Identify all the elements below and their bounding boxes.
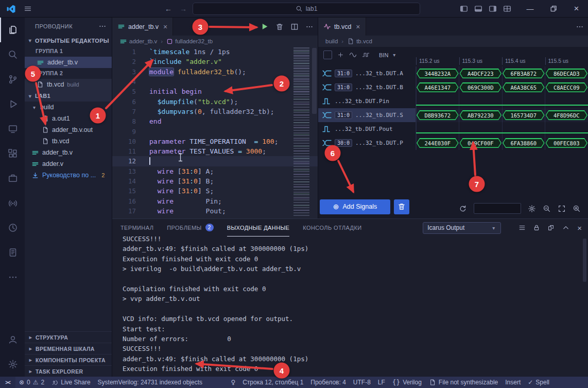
breadcrumb-item[interactable]: build (325, 38, 338, 44)
digital-wave-icon[interactable] (362, 51, 370, 59)
activity-timeline[interactable] (0, 215, 25, 240)
code-line[interactable]: 10parameter TIME_OPERATION = 100; (112, 137, 318, 146)
open-editor-item[interactable]: tb.vcdbuild (25, 79, 112, 90)
code-editor[interactable]: 1`timescale 1ns / 1ps2`include "adder.v"… (112, 47, 318, 218)
waveform-search-input[interactable] (474, 203, 521, 214)
code-line[interactable]: 12 (112, 156, 318, 166)
code-line[interactable]: 13 wire [31:0] A; (112, 166, 318, 176)
tree-item[interactable]: ▾build (25, 102, 112, 113)
language-mode[interactable]: {}Verilog (389, 377, 425, 388)
activity-remote-explorer[interactable] (0, 116, 25, 141)
net-color-box[interactable] (323, 50, 332, 59)
sidebar-section[interactable]: ▸TASK EXPLORER (25, 365, 112, 377)
editor-scrollbar[interactable] (311, 47, 318, 218)
signal-name-cell[interactable]: 31:0...32_tb.DUT.A (318, 66, 416, 80)
signal-row[interactable]: ...32_tb.DUT.Pout (318, 122, 588, 136)
signal-wave[interactable]: 344B232AA4DCF2236FB3A87286DECAD3 (416, 66, 588, 80)
tree-item[interactable]: tb.vcd (25, 136, 112, 147)
maximize-panel-icon[interactable] (562, 224, 570, 232)
sidebar-section[interactable]: ▸КОМПОНЕНТЫ ПРОЕКТА (25, 354, 112, 365)
tree-item[interactable]: adder_tb.v.out (25, 124, 112, 136)
indentation[interactable]: Пробелов: 4 (307, 377, 350, 388)
signal-name-cell[interactable]: ...32_tb.DUT.Pin (318, 94, 416, 108)
code-line[interactable]: 8end (112, 116, 318, 126)
signal-name-cell[interactable]: 30:0...32_tb.DUT.P (318, 136, 416, 150)
toggle-sidebar-icon[interactable] (460, 5, 468, 13)
panel-tab[interactable]: ПРОБЛЕМЫ2 (167, 219, 213, 237)
more-actions-icon[interactable] (98, 22, 107, 30)
run-button[interactable] (260, 22, 269, 31)
activity-live-share[interactable] (0, 191, 25, 215)
activity-project-manager[interactable] (0, 166, 25, 191)
waveform-settings-icon[interactable] (528, 205, 536, 213)
split-editor-button[interactable] (290, 23, 299, 31)
code-line[interactable]: 11parameter TEST_VALUES = 3000; (112, 146, 318, 156)
code-line[interactable]: 6 $dumpfile("tb.vcd"); (112, 96, 318, 106)
code-line[interactable]: 16 wire Pin; (112, 196, 318, 206)
refresh-icon[interactable] (459, 205, 467, 213)
close-tab-icon[interactable]: × (163, 23, 167, 31)
close-panel-icon[interactable]: × (577, 224, 582, 232)
activity-settings[interactable] (0, 352, 25, 377)
signal-wave[interactable] (416, 122, 588, 136)
encoding[interactable]: UTF-8 (350, 377, 374, 388)
synthesis-status[interactable]: File not synthesizable (425, 377, 501, 388)
panel-tab[interactable]: ВЫХОДНЫЕ ДАННЫЕ (227, 219, 290, 237)
code-line[interactable]: 14 wire [31:0] B; (112, 176, 318, 186)
insert-mode[interactable]: Insert (501, 377, 524, 388)
editor-more-actions-icon[interactable] (576, 23, 584, 31)
output-list-icon[interactable] (518, 224, 526, 231)
breadcrumb-item[interactable]: adder_tb.v (119, 38, 157, 45)
nav-back-icon[interactable]: ← (165, 5, 172, 13)
signal-row[interactable]: 31:0...32_tb.DUT.SD8B93672AB792230165734… (318, 108, 588, 122)
restore-button[interactable] (542, 0, 565, 18)
nav-forward-icon[interactable]: → (180, 5, 187, 13)
code-line[interactable]: 3module fulladder32_tb(); (112, 67, 318, 77)
signal-name-cell[interactable]: 31:0...32_tb.DUT.B (318, 80, 416, 94)
open-editors-header[interactable]: ▾ОТКРЫТЫЕ РЕДАКТОРЫ (25, 35, 112, 46)
problems-status[interactable]: ⊗0 ⚠2 (15, 377, 48, 388)
activity-run-debug[interactable] (0, 92, 25, 116)
signal-name-cell[interactable]: 31:0...32_tb.DUT.S (318, 108, 416, 122)
code-line[interactable]: 4 (112, 77, 318, 87)
activity-notebooks[interactable] (0, 240, 25, 265)
activity-source-control[interactable] (0, 67, 25, 92)
activity-accounts[interactable] (0, 327, 25, 352)
close-window-button[interactable]: × (565, 0, 588, 18)
analog-wave-icon[interactable] (349, 51, 357, 59)
signal-row[interactable]: 30:0...32_tb.DUT.P244E030F049CF00F6FA388… (318, 136, 588, 150)
workspace-header[interactable]: ▾LAB1 (25, 90, 112, 102)
spell-status[interactable]: ✓Spell (524, 377, 553, 388)
minimize-button[interactable]: — (518, 0, 542, 18)
tab-tb-vcd[interactable]: tb.vcd × (318, 18, 366, 36)
open-editor-item[interactable]: adder_tb.v (25, 57, 112, 68)
activity-explorer[interactable] (0, 18, 25, 42)
output-channel-select[interactable]: Icarus Output▾ (423, 222, 501, 234)
systemverilog-status[interactable]: SystemVerilog: 24731 indexed objects (94, 377, 206, 388)
remote-indicator[interactable]: >< (0, 377, 15, 388)
format-select[interactable]: BIN▾ (379, 52, 397, 58)
breadcrumb-item[interactable]: tb.vcd (347, 38, 372, 45)
cursor-position[interactable]: Строка 12, столбец 1 (239, 377, 307, 388)
tree-item[interactable]: adder.v (25, 158, 112, 170)
panel-tab[interactable]: КОНСОЛЬ ОТЛАДКИ (303, 219, 361, 237)
toggle-panel-icon[interactable] (474, 5, 482, 13)
sidebar-section[interactable]: ▸ВРЕМЕННАЯ ШКАЛА (25, 343, 112, 354)
code-line[interactable]: 1`timescale 1ns / 1ps (112, 47, 318, 57)
minimap[interactable] (293, 47, 309, 216)
signal-name-cell[interactable]: ...32_tb.DUT.Pout (318, 122, 416, 136)
customize-layout-icon[interactable] (503, 5, 511, 13)
signal-row[interactable]: 31:0...32_tb.DUT.BA46E1347069C300DA6A38C… (318, 80, 588, 94)
delete-signal-button[interactable] (394, 199, 409, 214)
signal-wave[interactable]: 244E030F049CF00F6FA3886000FEC803 (416, 136, 588, 150)
panel-scrollbar[interactable] (582, 238, 587, 375)
lock-scroll-icon[interactable] (533, 224, 540, 231)
code-line[interactable]: 2`include "adder.v" (112, 57, 318, 66)
zoom-in-icon[interactable] (573, 205, 581, 213)
editor-more-actions-icon[interactable] (305, 23, 314, 31)
selection-indicator[interactable]: ♀ (227, 377, 239, 388)
tab-adder-tb-v[interactable]: adder_tb.v × (112, 18, 173, 36)
plus-icon[interactable] (337, 52, 344, 58)
close-tab-icon[interactable]: × (356, 23, 360, 31)
toggle-secondary-sidebar-icon[interactable] (489, 5, 497, 13)
